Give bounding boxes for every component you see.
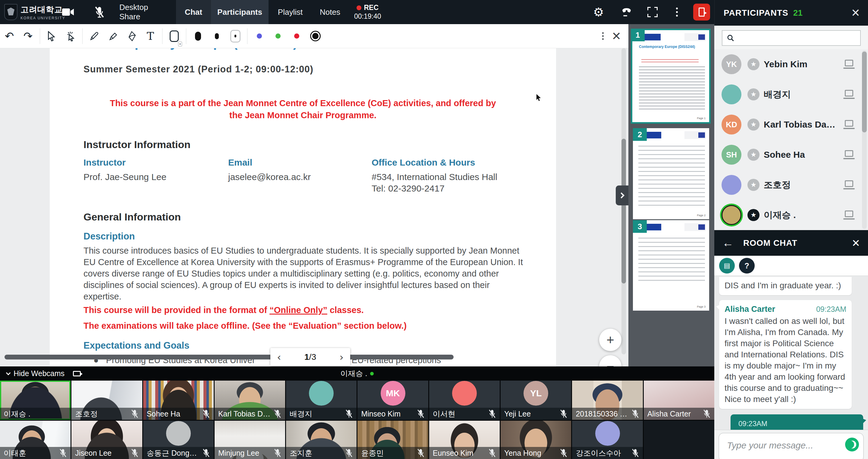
toolbar-close-icon[interactable]: ✕: [612, 30, 621, 43]
zoom-out-button[interactable]: −: [599, 355, 621, 366]
horizontal-scrollbar[interactable]: [4, 355, 454, 360]
message-box[interactable]: [718, 433, 864, 459]
eraser-tool[interactable]: [122, 27, 141, 46]
speaking-indicator-icon: [370, 372, 374, 375]
laptop-icon[interactable]: [843, 60, 855, 69]
color-black-selected[interactable]: [306, 27, 324, 46]
webcam-label: 윤종민: [358, 447, 428, 459]
webcam-tile[interactable]: 이서현: [429, 381, 500, 420]
text-tool[interactable]: T: [141, 27, 160, 46]
thumbnail-page-1[interactable]: 1 Contemporary Europe (DISS244) Page 1: [631, 29, 711, 124]
rec-time: 00:19:40: [354, 12, 381, 21]
webcam-tile[interactable]: 조호정: [71, 381, 142, 420]
doc-exam-line: The examinations will take place offline…: [84, 321, 407, 331]
prev-page-icon[interactable]: ‹: [277, 351, 281, 363]
message-input[interactable]: [726, 440, 832, 451]
close-participants-icon[interactable]: ✕: [851, 7, 860, 19]
zoom-in-button[interactable]: +: [599, 329, 621, 351]
shape-dropdown-icon[interactable]: ▾: [178, 41, 182, 47]
participant-row[interactable]: YK ★ Yebin Kim: [714, 49, 868, 79]
tab-playlist[interactable]: Playlist: [273, 0, 308, 24]
select-cursor-tool[interactable]: [42, 27, 61, 46]
tab-notes[interactable]: Notes: [313, 0, 347, 24]
chat-help-button[interactable]: ?: [739, 258, 755, 274]
pencil-tool[interactable]: [85, 27, 104, 46]
webcam-tile[interactable]: Yena Hong: [501, 421, 571, 459]
participants-search-box[interactable]: [722, 30, 861, 46]
webcam-tile[interactable]: Eunseo Kim: [429, 421, 500, 459]
participant-row[interactable]: ★ 조호정: [714, 170, 868, 200]
color-red[interactable]: [287, 27, 306, 46]
next-page-icon[interactable]: ›: [339, 351, 344, 363]
vertical-scrollbar-thumb[interactable]: [621, 139, 626, 284]
webcam-tile[interactable]: YL Yeji Lee: [501, 381, 571, 420]
laser-pointer-tool[interactable]: [61, 27, 80, 46]
webcam-tile[interactable]: [644, 421, 714, 459]
toolbar-more-icon[interactable]: [602, 32, 604, 40]
webcam-label: 강조이스수아: [572, 447, 643, 459]
participant-row[interactable]: ★ 이재승 .: [714, 200, 868, 230]
participant-row[interactable]: KD ★ Karl Tobias Dahl...: [714, 110, 868, 140]
laptop-icon[interactable]: [843, 180, 855, 190]
stroke-size-selected[interactable]: [226, 27, 245, 46]
webcam-tile[interactable]: 강조이스수아: [572, 421, 643, 459]
page-navigator: ‹ 1/3 ›: [270, 348, 350, 366]
webcam-tile[interactable]: 이태훈: [0, 421, 70, 459]
webcam-tile[interactable]: 2018150336 소자정: [572, 381, 643, 420]
webcam-tile[interactable]: 이재승 .: [0, 381, 70, 420]
thumbnail-page-2[interactable]: 2 Page 2: [633, 128, 709, 219]
webcam-tile[interactable]: 조지훈: [286, 421, 356, 459]
stroke-size-large[interactable]: [189, 27, 207, 46]
participant-row[interactable]: ★ 배경지: [714, 79, 868, 110]
tab-desktop-share[interactable]: Desktop Share: [119, 0, 170, 24]
participant-name: 이재승 .: [764, 209, 796, 221]
back-arrow-icon[interactable]: ←: [722, 236, 734, 250]
webcam-tile[interactable]: Karl Tobias Dahl...: [215, 381, 285, 420]
webcam-tile[interactable]: Sohee Ha: [143, 381, 214, 420]
document-page: Contemporary Europe (DISS244) Summer Sem…: [50, 48, 556, 366]
laptop-icon[interactable]: [843, 150, 855, 159]
color-green[interactable]: [269, 27, 287, 46]
fullscreen-icon[interactable]: [645, 0, 660, 24]
more-kebab-icon[interactable]: [671, 0, 683, 24]
participants-list: YK ★ Yebin Kim ★ 배경지 KD ★ Karl Tobias Da…: [714, 49, 868, 230]
thumbnail-panel-toggle[interactable]: [616, 185, 628, 205]
video-camera-icon[interactable]: [59, 0, 77, 24]
marker-tool[interactable]: [104, 27, 122, 46]
mic-muted-icon: [345, 449, 353, 458]
search-input[interactable]: [735, 31, 860, 45]
chat-message-list[interactable]: DIS and I'm in graduate year. :) Alisha …: [714, 276, 868, 430]
webcam-tile[interactable]: 배경지: [286, 381, 356, 420]
mic-muted-icon[interactable]: [90, 0, 108, 24]
stroke-size-small[interactable]: [207, 27, 226, 46]
webcam-tile[interactable]: Alisha Carter: [644, 381, 714, 420]
tab-participants[interactable]: Participants: [211, 0, 269, 24]
participants-scrollbar[interactable]: [862, 50, 867, 229]
thumbnail-page-3[interactable]: 3 Page 3: [633, 220, 709, 311]
laptop-icon[interactable]: [843, 210, 855, 220]
tab-chat[interactable]: Chat: [176, 0, 211, 24]
color-purple[interactable]: [250, 27, 269, 46]
participant-row[interactable]: SH ★ Sohee Ha: [714, 140, 868, 170]
whiteboard-viewport[interactable]: Contemporary Europe (DISS244) Summer Sem…: [0, 48, 628, 366]
leave-room-button[interactable]: [693, 4, 710, 21]
shape-tool[interactable]: ▾: [165, 27, 184, 46]
participants-title: PARTICIPANTS: [724, 8, 788, 18]
webcam-tile[interactable]: MK Minseo Kim: [358, 381, 428, 420]
webcam-label: Yena Hong: [501, 447, 571, 459]
call-icon[interactable]: [618, 0, 636, 24]
close-chat-icon[interactable]: ✕: [852, 237, 861, 249]
webcam-tile[interactable]: Minjung Lee: [215, 421, 285, 459]
webcam-tile[interactable]: 윤종민: [358, 421, 428, 459]
laptop-icon[interactable]: [843, 120, 855, 129]
send-button[interactable]: [845, 438, 859, 452]
chat-notes-button[interactable]: ▤: [719, 258, 735, 274]
undo-button[interactable]: ↶: [0, 27, 19, 46]
redo-button[interactable]: ↷: [19, 27, 37, 46]
rec-dot-icon: [356, 5, 361, 10]
laptop-icon[interactable]: [843, 90, 855, 99]
remote-pointer-cursor: [536, 94, 542, 103]
webcam-tile[interactable]: Jiseon Lee: [71, 421, 142, 459]
webcam-tile[interactable]: 송동근 Donggeu...: [143, 421, 214, 459]
settings-gear-icon[interactable]: ⚙: [590, 0, 608, 24]
